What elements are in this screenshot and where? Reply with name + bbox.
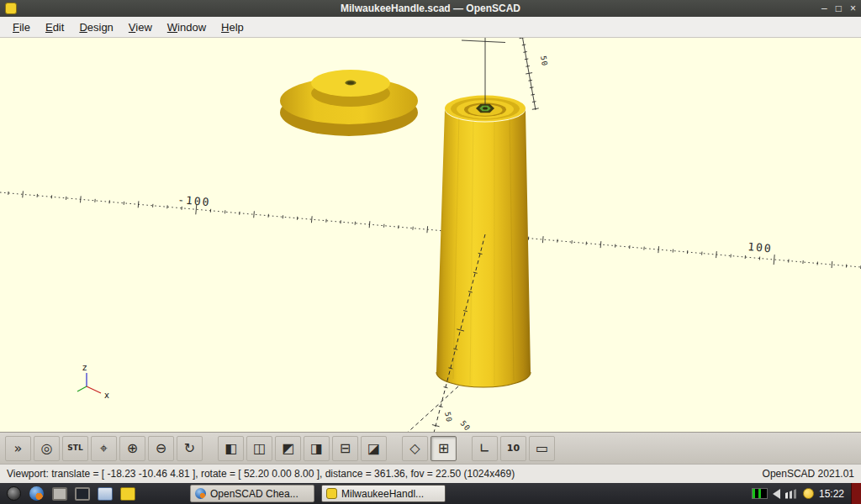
openscad-icon (326, 488, 337, 499)
y-axis-top-label: 50 (539, 55, 549, 67)
3d-scene: -100 100 (0, 38, 861, 432)
x-axis (0, 191, 861, 269)
window-title: MilwaukeeHandle.scad — OpenSCAD (0, 3, 861, 14)
taskbar-window-0[interactable]: OpenSCAD Chea... (190, 485, 314, 502)
x-axis-label-negative: -100 (177, 193, 211, 208)
menu-design[interactable]: Design (71, 18, 120, 36)
render-preview-button[interactable]: ◎ (34, 436, 60, 461)
system-tray (752, 488, 814, 499)
z-axis-positive (462, 38, 505, 105)
launcher-area (3, 485, 138, 503)
x-axis-label-positive: 100 (747, 240, 774, 255)
status-bar: Viewport: translate = [ -18.23 -10.46 4.… (0, 464, 861, 483)
taskbar-window-1[interactable]: MilwaukeeHandl... (321, 485, 446, 502)
system-monitor-icon[interactable] (752, 488, 768, 499)
title-bar: MilwaukeeHandle.scad — OpenSCAD – □ × (0, 0, 861, 17)
3d-viewport[interactable]: -100 100 (0, 38, 861, 432)
toggle-panels-button[interactable]: » (5, 436, 31, 461)
version-label: OpenSCAD 2021.01 (763, 468, 854, 480)
reset-view-button[interactable]: ↻ (177, 436, 203, 461)
export-stl-button[interactable]: STL (62, 436, 88, 461)
y-axis-negative (402, 386, 458, 432)
view-left-button[interactable]: ◧ (218, 436, 244, 461)
volume-icon[interactable] (773, 489, 780, 499)
view-bottom-button[interactable]: ◪ (361, 436, 387, 461)
view-top-button[interactable]: ◩ (275, 436, 301, 461)
y-axis-bottom-label: 50 (458, 419, 472, 432)
taskbar: OpenSCAD Chea...MilwaukeeHandl... 15:22 (0, 483, 861, 504)
view-back-button[interactable]: ⊟ (332, 436, 358, 461)
app-menu-icon (7, 486, 21, 501)
browser-icon (29, 486, 44, 501)
firefox-icon (195, 488, 206, 499)
app-menu-launcher[interactable] (3, 485, 24, 503)
monitor-icon (75, 487, 90, 501)
file-manager-launcher[interactable] (94, 485, 115, 503)
view-right-button[interactable]: ◨ (304, 436, 330, 461)
openscad-window: MilwaukeeHandle.scad — OpenSCAD – □ × Fi… (0, 0, 861, 504)
view-front-button[interactable]: ◫ (246, 436, 272, 461)
taskbar-window-label: OpenSCAD Chea... (210, 488, 298, 500)
cap-model[interactable] (280, 70, 418, 136)
show-desktop-button[interactable] (851, 483, 861, 504)
projection-toggle-button[interactable]: ⊞ (430, 436, 457, 461)
menu-help[interactable]: Help (214, 18, 251, 36)
package-launcher[interactable] (117, 485, 138, 503)
display-icon (52, 487, 67, 501)
z-axis-bottom-label: 50 (443, 411, 453, 423)
menu-bar: FileEditDesignViewWindowHelp (0, 17, 861, 38)
view-all-button[interactable]: ▭ (529, 436, 555, 461)
menu-window[interactable]: Window (160, 18, 214, 36)
axis-indicator: z x (77, 363, 109, 400)
taskbar-window-label: MilwaukeeHandl... (341, 488, 424, 500)
minimize-button[interactable]: – (821, 0, 827, 17)
view-toolbar: »◎STL⌖⊕⊖↻◧◫◩◨⊟◪◇⊞∟10▭ (0, 432, 861, 464)
show-axes-button[interactable]: ∟ (472, 436, 498, 461)
notification-icon[interactable] (803, 488, 814, 499)
taskbar-clock: 15:22 (819, 488, 844, 500)
axis-indicator-x-label: x (104, 391, 109, 400)
viewport-status-text: Viewport: translate = [ -18.23 -10.46 4.… (7, 468, 515, 480)
zoom-out-button[interactable]: ⊖ (148, 436, 174, 461)
browser-launcher[interactable] (26, 485, 47, 503)
menu-view[interactable]: View (121, 18, 160, 36)
file-manager-icon (98, 487, 113, 501)
network-icon[interactable] (785, 489, 798, 499)
package-icon (120, 487, 135, 501)
show-scale-markers-button[interactable]: 10 (500, 436, 526, 461)
zoom-in-button[interactable]: ⊕ (119, 436, 145, 461)
close-button[interactable]: × (850, 0, 856, 17)
monitor-launcher[interactable] (71, 485, 92, 503)
openscad-app-icon (5, 3, 17, 14)
y-axis-positive (520, 38, 539, 110)
zoom-all-button[interactable]: ⌖ (91, 436, 117, 461)
show-edges-button[interactable]: ◇ (402, 436, 428, 461)
display-launcher[interactable] (49, 485, 70, 503)
menu-edit[interactable]: Edit (38, 18, 71, 36)
maximize-button[interactable]: □ (836, 0, 842, 17)
window-button-area: OpenSCAD Chea...MilwaukeeHandl... (190, 485, 446, 502)
menu-file[interactable]: File (5, 18, 38, 36)
axis-indicator-z-label: z (82, 363, 87, 372)
